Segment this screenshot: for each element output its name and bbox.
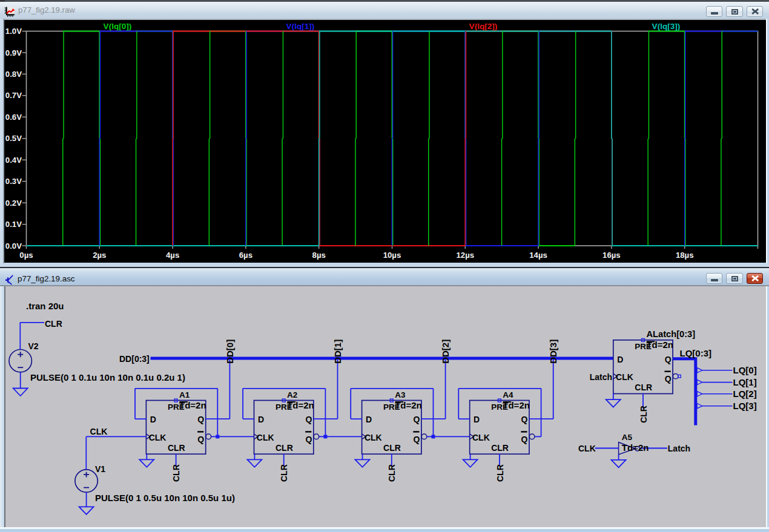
svg-text:Q: Q: [665, 374, 672, 384]
svg-text:0µs: 0µs: [19, 251, 33, 260]
svg-text:Td=2n: Td=2n: [395, 400, 422, 410]
svg-text:CLK: CLK: [365, 433, 382, 442]
svg-text:A1: A1: [179, 390, 190, 399]
svg-text:LQ[3]: LQ[3]: [733, 401, 757, 411]
svg-text:D: D: [258, 415, 264, 424]
svg-text:DD[0]: DD[0]: [225, 340, 235, 364]
svg-text:0.3V: 0.3V: [5, 177, 22, 186]
svg-text:0.8V: 0.8V: [5, 70, 22, 79]
svg-text:CLR: CLR: [171, 464, 181, 482]
svg-text:LQ[1]: LQ[1]: [733, 377, 757, 387]
svg-text:CLR: CLR: [276, 443, 293, 453]
svg-text:18µs: 18µs: [676, 251, 694, 260]
svg-text:16µs: 16µs: [602, 251, 621, 260]
svg-text:CLK: CLK: [578, 444, 596, 453]
svg-text:Td=2n: Td=2n: [622, 442, 649, 453]
svg-text:LQ[2]: LQ[2]: [733, 389, 757, 399]
svg-text:CLR: CLR: [491, 443, 509, 453]
svg-text:CLR: CLR: [635, 383, 652, 392]
svg-text:0.7V: 0.7V: [5, 91, 22, 100]
svg-text:CLK: CLK: [472, 433, 490, 442]
svg-text:LQ[0:3]: LQ[0:3]: [680, 348, 712, 358]
svg-text:0.9V: 0.9V: [5, 48, 22, 57]
svg-text:Q: Q: [197, 435, 204, 444]
svg-text:0.5V: 0.5V: [5, 134, 22, 143]
svg-text:CLR: CLR: [383, 443, 401, 453]
svg-text:D: D: [617, 355, 623, 364]
svg-text:6µs: 6µs: [239, 251, 252, 260]
svg-text:CLR: CLR: [279, 464, 289, 482]
svg-text:Q: Q: [305, 435, 312, 444]
svg-text:Td=2n: Td=2n: [287, 400, 314, 410]
svg-text:0.2V: 0.2V: [5, 199, 22, 208]
svg-text:8µs: 8µs: [312, 251, 326, 260]
svg-text:V(lq[2]): V(lq[2]): [469, 22, 498, 31]
svg-text:Q: Q: [414, 435, 420, 444]
svg-text:A2: A2: [287, 390, 297, 399]
svg-text:0.0V: 0.0V: [5, 241, 22, 251]
svg-text:Td=2n: Td=2n: [646, 340, 673, 350]
svg-text:D: D: [474, 415, 480, 424]
svg-text:V2: V2: [28, 341, 39, 351]
svg-text:CLK: CLK: [90, 427, 108, 436]
svg-text:Q: Q: [665, 355, 672, 364]
svg-text:D: D: [366, 415, 372, 424]
svg-text:A3: A3: [395, 390, 406, 399]
svg-text:V1: V1: [95, 464, 105, 474]
svg-text:Q: Q: [414, 415, 420, 424]
svg-text:ALatch[0:3]: ALatch[0:3]: [646, 329, 695, 339]
svg-text:Td=2n: Td=2n: [503, 400, 530, 410]
svg-text:CLR: CLR: [387, 464, 397, 482]
svg-text:12µs: 12µs: [456, 251, 474, 260]
svg-text:.tran 20u: .tran 20u: [26, 301, 64, 311]
svg-text:CLR: CLR: [168, 443, 185, 453]
svg-text:0.6V: 0.6V: [5, 113, 22, 122]
svg-text:V(lq[3]): V(lq[3]): [652, 22, 681, 31]
svg-text:0.1V: 0.1V: [5, 220, 22, 229]
svg-text:Latch: Latch: [590, 372, 612, 382]
svg-text:0.4V: 0.4V: [5, 156, 22, 165]
svg-text:DD[2]: DD[2]: [440, 340, 451, 364]
svg-text:10µs: 10µs: [383, 251, 401, 260]
svg-text:Q: Q: [197, 415, 204, 424]
svg-text:LQ[0]: LQ[0]: [733, 365, 757, 375]
svg-text:4µs: 4µs: [166, 251, 179, 260]
svg-text:1.0V: 1.0V: [5, 27, 22, 36]
svg-text:A4: A4: [503, 390, 513, 399]
svg-text:Q: Q: [521, 435, 528, 444]
svg-text:Q: Q: [305, 415, 312, 424]
svg-text:CLK: CLK: [257, 433, 274, 442]
svg-text:CLR: CLR: [45, 319, 62, 329]
svg-text:DD[0:3]: DD[0:3]: [119, 354, 150, 364]
svg-text:DD[1]: DD[1]: [332, 340, 343, 364]
svg-text:A5: A5: [622, 433, 633, 442]
svg-text:CLK: CLK: [616, 372, 633, 382]
svg-text:Q: Q: [521, 415, 528, 424]
svg-text:Td=2n: Td=2n: [179, 400, 206, 410]
svg-text:14µs: 14µs: [529, 251, 547, 260]
svg-text:CLR: CLR: [639, 406, 649, 423]
svg-text:CLR: CLR: [495, 464, 505, 482]
svg-text:Latch: Latch: [668, 444, 690, 453]
svg-text:PULSE(0 1 0.5u 10n 10n 0.5u 1u: PULSE(0 1 0.5u 10n 10n 0.5u 1u): [95, 493, 235, 503]
svg-text:V(lq[1]): V(lq[1]): [286, 22, 315, 31]
svg-text:2µs: 2µs: [93, 251, 106, 260]
svg-text:DD[3]: DD[3]: [548, 340, 558, 364]
svg-text:CLK: CLK: [149, 433, 167, 442]
svg-text:D: D: [150, 415, 156, 424]
svg-text:V(lq[0]): V(lq[0]): [104, 22, 132, 31]
svg-text:PULSE(0 1 0.1u 10n 10n 0.1u 0.: PULSE(0 1 0.1u 10n 10n 0.1u 0.2u 1): [30, 372, 185, 383]
